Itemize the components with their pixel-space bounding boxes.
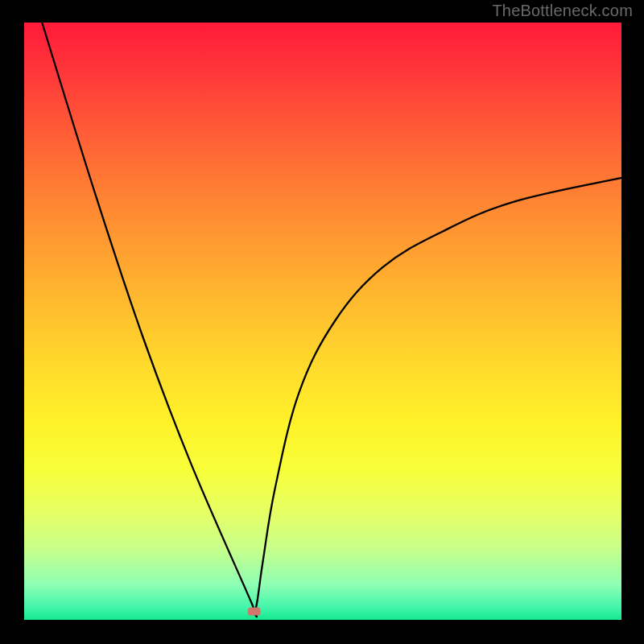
v-curve (42, 23, 621, 617)
min-marker (248, 608, 261, 616)
plot-svg (24, 23, 621, 620)
watermark-text: TheBottleneck.com (492, 2, 633, 20)
chart-frame: TheBottleneck.com (0, 0, 644, 644)
